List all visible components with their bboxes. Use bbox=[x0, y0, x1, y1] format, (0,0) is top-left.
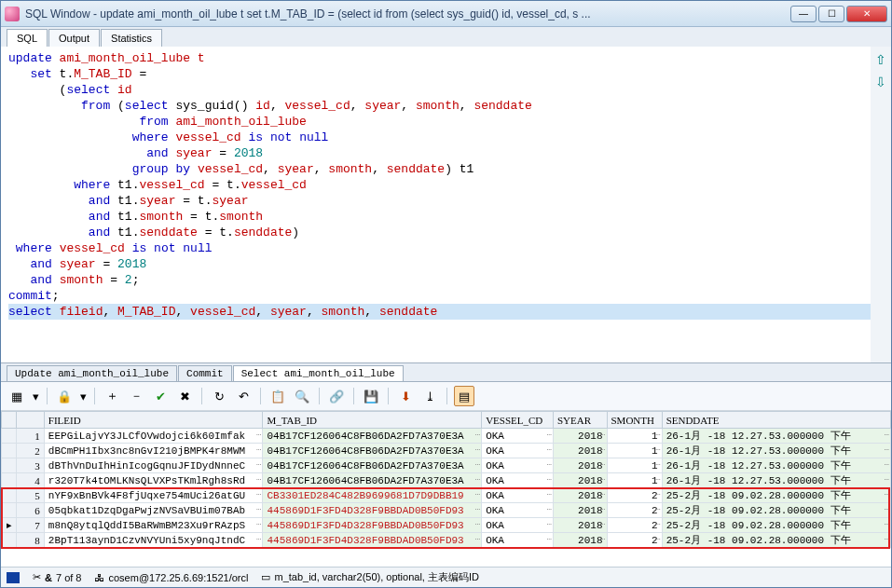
row-position: 7 of 8 bbox=[56, 572, 82, 583]
result-grid[interactable]: FILEIDM_TAB_IDVESSEL_CDSYEARSMONTHSENDDA… bbox=[1, 411, 891, 548]
table-row[interactable]: 605qbkat1DzqDgaPwjzNVSaVBUim07BAb…445869… bbox=[2, 503, 891, 518]
table-row[interactable]: 5nYF9xBnBVk4F8fjUqxe754mUci26atGU…CB3301… bbox=[2, 488, 891, 503]
main-tabs: SQL Output Statistics bbox=[1, 27, 891, 47]
lock-dropdown-icon[interactable]: ▾ bbox=[78, 386, 88, 406]
add-row-icon[interactable]: ＋ bbox=[102, 386, 122, 406]
tab-sql[interactable]: SQL bbox=[7, 29, 48, 47]
delete-row-icon[interactable]: － bbox=[126, 386, 146, 406]
fetch-next-icon[interactable]: ⤓ bbox=[419, 386, 440, 406]
table-row[interactable]: 82BpT113aynD1CzvNVYUni5xy9nqJtndC…445869… bbox=[2, 533, 891, 548]
save-icon[interactable]: 💾 bbox=[361, 386, 381, 406]
sql-editor[interactable]: update ami_month_oil_lube t set t.M_TAB_… bbox=[1, 47, 871, 362]
find-icon[interactable]: 🔍 bbox=[292, 386, 312, 406]
grid-icon[interactable]: ▦ bbox=[7, 386, 27, 406]
connection-icon: 🖧 bbox=[94, 572, 104, 583]
grid-dropdown-icon[interactable]: ▾ bbox=[31, 386, 40, 406]
tab-output[interactable]: Output bbox=[48, 29, 100, 47]
copy-icon[interactable]: 📋 bbox=[268, 386, 288, 406]
field-icon: ▭ bbox=[261, 571, 270, 583]
tab-select[interactable]: Select ami_month_oil_lube bbox=[233, 365, 404, 381]
minimize-button[interactable]: — bbox=[790, 6, 817, 22]
tab-update[interactable]: Update ami_month_oil_lube bbox=[7, 365, 177, 381]
titlebar: SQL Window - update ami_month_oil_lube t… bbox=[1, 1, 891, 27]
statusbar: ✂&7 of 8 🖧cosem@172.25.6.69:1521/orcl ▭m… bbox=[1, 567, 891, 587]
tab-commit[interactable]: Commit bbox=[178, 365, 232, 381]
single-record-icon[interactable]: ▤ bbox=[454, 386, 474, 406]
scissors-icon: ✂ bbox=[33, 571, 41, 583]
window-title: SQL Window - update ami_month_oil_lube t… bbox=[25, 7, 790, 21]
status-indicator-icon bbox=[7, 572, 20, 583]
connection-string: cosem@172.25.6.69:1521/orcl bbox=[108, 572, 248, 583]
table-row[interactable]: 2dBCmPH1Ibx3nc8nGvI210jBMPK4r8MWM…04B17C… bbox=[2, 444, 891, 458]
tab-statistics[interactable]: Statistics bbox=[101, 29, 162, 47]
table-row[interactable]: ▸7m8nQ8ytqlQddI5BaRWmBM23Xu9rRAzpS…44586… bbox=[2, 518, 891, 533]
close-button[interactable]: ✕ bbox=[846, 6, 887, 22]
table-row[interactable]: 3dBThVnDuIhHinIcogGqnuJFIDydNnneC…04B17C… bbox=[2, 458, 891, 473]
commit-icon[interactable]: ✔ bbox=[150, 386, 171, 406]
lock-icon[interactable]: 🔒 bbox=[54, 386, 75, 406]
nav-up-icon[interactable]: ⇧ bbox=[875, 52, 886, 67]
result-tabs: Update ami_month_oil_lube Commit Select … bbox=[1, 363, 891, 382]
result-grid-wrap: FILEIDM_TAB_IDVESSEL_CDSYEARSMONTHSENDDA… bbox=[1, 411, 891, 567]
table-row[interactable]: 4r320T7k4tOMLKNsQLVXPsTKmlRgh8sRd…04B17C… bbox=[2, 473, 891, 488]
link-icon[interactable]: 🔗 bbox=[326, 386, 347, 406]
field-info: m_tab_id, varchar2(50), optional, 主表编码ID bbox=[274, 570, 478, 584]
app-icon bbox=[5, 7, 20, 21]
table-row[interactable]: 1EEPGiLajvY3JLCfOVwdojci6k60Imfak…04B17C… bbox=[2, 429, 891, 444]
export-icon[interactable]: ⬇ bbox=[395, 386, 416, 406]
nav-down-icon[interactable]: ⇩ bbox=[875, 75, 886, 89]
maximize-button[interactable]: ☐ bbox=[818, 6, 844, 22]
grid-toolbar: ▦ ▾ 🔒 ▾ ＋ － ✔ ✖ ↻ ↶ 📋 🔍 🔗 💾 ⬇ ⤓ ▤ bbox=[1, 382, 891, 411]
sql-window: SQL Window - update ami_month_oil_lube t… bbox=[0, 0, 892, 588]
refresh-icon[interactable]: ↻ bbox=[209, 386, 229, 406]
cancel-icon[interactable]: ✖ bbox=[174, 386, 195, 406]
undo-icon[interactable]: ↶ bbox=[233, 386, 254, 406]
